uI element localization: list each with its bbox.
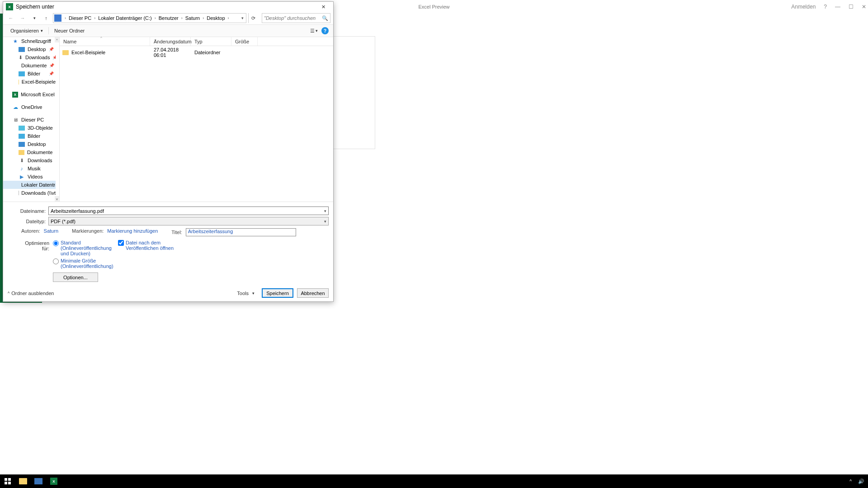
dialog-close-button[interactable]: ✕: [314, 2, 332, 11]
filetype-label: Dateityp:: [8, 219, 48, 224]
tray-chevron-up-icon[interactable]: ^: [849, 479, 852, 484]
optimize-label: Optimieren für:: [17, 240, 49, 269]
chevron-right-icon[interactable]: ›: [63, 16, 67, 20]
search-box[interactable]: 🔍: [262, 13, 330, 23]
hide-folders-button[interactable]: ^ Ordner ausblenden: [8, 291, 54, 296]
taskbar: X ^ 🔊: [0, 474, 868, 488]
pin-icon: 📌: [49, 47, 56, 52]
search-icon[interactable]: 🔍: [322, 15, 328, 21]
crumb-local-disk[interactable]: Lokaler Datenträger (C:): [97, 15, 153, 21]
chevron-right-icon[interactable]: ›: [153, 16, 157, 20]
nav-pictures[interactable]: Bilder📌: [3, 70, 56, 78]
tags-value[interactable]: Markierung hinzufügen: [107, 228, 158, 234]
nav-downloads-pc[interactable]: ⬇Downloads: [3, 156, 56, 164]
crumb-desktop[interactable]: Desktop: [205, 15, 226, 21]
excel-icon: X: [6, 3, 13, 10]
sort-indicator-icon: ^: [100, 36, 148, 40]
chevron-right-icon[interactable]: ›: [201, 16, 205, 20]
new-folder-button[interactable]: Neuer Ordner: [52, 26, 87, 35]
crumb-this-pc[interactable]: Dieser PC: [67, 15, 93, 21]
up-button[interactable]: ↑: [41, 13, 51, 23]
refresh-button[interactable]: ⟳: [248, 13, 258, 23]
taskbar-file-explorer[interactable]: [15, 474, 31, 488]
nav-videos[interactable]: ▶Videos: [3, 173, 56, 181]
col-size[interactable]: Größe: [231, 37, 258, 46]
nav-desktop-pc[interactable]: Desktop: [3, 140, 56, 148]
back-button[interactable]: ←: [6, 13, 16, 23]
file-date: 27.04.2018 06:01: [150, 47, 191, 58]
title-input[interactable]: [188, 229, 294, 234]
chevron-right-icon[interactable]: ›: [93, 16, 97, 20]
close-icon[interactable]: ✕: [862, 4, 866, 10]
organize-button[interactable]: Organisieren ▾: [8, 26, 46, 35]
chevron-right-icon[interactable]: ›: [226, 16, 231, 20]
forward-button[interactable]: →: [18, 13, 28, 23]
authors-value[interactable]: Saturn: [44, 228, 58, 234]
radio-minimal-input[interactable]: [53, 258, 59, 264]
save-as-dialog: X Speichern unter ✕ ← → ▾ ↑ › Dieser PC …: [3, 1, 334, 302]
cancel-button[interactable]: Abbrechen: [297, 288, 329, 298]
tools-dropdown[interactable]: Tools ▾: [233, 291, 258, 296]
separator: [48, 27, 49, 34]
pc-icon: [54, 14, 61, 22]
breadcrumb-dropdown-icon[interactable]: ▾: [240, 16, 245, 20]
music-icon: ♪: [19, 165, 25, 172]
nav-music[interactable]: ♪Musik: [3, 164, 56, 173]
excel-icon: X: [50, 478, 57, 485]
checkbox-open-after[interactable]: Datei nach dem Veröffentlichen öffnen: [118, 240, 177, 251]
radio-standard-input[interactable]: [53, 240, 59, 246]
list-view-icon: ☰: [310, 28, 315, 34]
nav-net-downloads[interactable]: Downloads (\\vt: [3, 189, 56, 197]
filetype-dropdown[interactable]: PDF (*.pdf) ▾: [48, 217, 329, 225]
nav-this-pc[interactable]: 🖥Dieser PC: [3, 116, 56, 124]
checkbox-open-after-input[interactable]: [118, 240, 124, 246]
title-field[interactable]: [186, 228, 296, 236]
radio-minimal[interactable]: Minimale Größe (Onlineveröffentlichung): [53, 258, 107, 269]
breadcrumb-bar[interactable]: › Dieser PC › Lokaler Datenträger (C:) ›…: [53, 13, 246, 23]
nav-desktop[interactable]: Desktop📌: [3, 45, 56, 53]
chevron-up-icon: ^: [8, 291, 9, 296]
file-list[interactable]: Excel-Beispiele 27.04.2018 06:01 Dateior…: [60, 46, 333, 202]
chevron-right-icon[interactable]: ›: [180, 16, 184, 20]
help-button[interactable]: ?: [321, 27, 329, 34]
nav-quick-access[interactable]: ★Schnellzugriff: [3, 37, 56, 45]
tray-volume-icon[interactable]: 🔊: [858, 479, 864, 484]
col-type[interactable]: Typ: [191, 37, 231, 46]
chevron-down-icon[interactable]: ▾: [324, 209, 326, 213]
svg-rect-1: [8, 478, 11, 481]
options-button[interactable]: Optionen...: [53, 272, 98, 282]
col-date[interactable]: Änderungsdatum: [150, 37, 191, 46]
taskbar-app[interactable]: [31, 474, 46, 488]
nav-3d-objects[interactable]: 3D-Objekte: [3, 124, 56, 132]
filename-input[interactable]: [51, 208, 324, 214]
pin-icon: 📌: [49, 71, 56, 76]
start-button[interactable]: [0, 474, 15, 488]
help-icon[interactable]: ?: [824, 4, 827, 10]
recent-dropdown-icon[interactable]: ▾: [29, 13, 39, 23]
nav-excel-examples[interactable]: Excel-Beispiele: [3, 78, 56, 86]
nav-documents-pc[interactable]: Dokumente: [3, 148, 56, 156]
crumb-users[interactable]: Benutzer: [157, 15, 180, 21]
minimize-icon[interactable]: —: [835, 4, 840, 10]
nav-pictures-pc[interactable]: Bilder: [3, 132, 56, 140]
filename-field[interactable]: ▾: [48, 206, 329, 215]
excel-signin-link[interactable]: Anmelden: [791, 4, 816, 10]
nav-ms-excel[interactable]: XMicrosoft Excel: [3, 90, 56, 99]
nav-downloads[interactable]: ⬇Downloads📌: [3, 53, 56, 61]
nav-onedrive[interactable]: ☁OneDrive: [3, 103, 56, 111]
crumb-saturn[interactable]: Saturn: [184, 15, 201, 21]
nav-documents[interactable]: Dokumente📌: [3, 61, 56, 70]
scroll-down-button[interactable]: v: [55, 196, 59, 202]
file-pane: Name^ Änderungsdatum Typ Größe Excel-Bei…: [60, 37, 333, 202]
chevron-down-icon[interactable]: ▾: [324, 219, 326, 224]
radio-standard[interactable]: Standard (Onlineveröffentlichung und Dru…: [53, 240, 107, 256]
view-mode-button[interactable]: ☰ ▾: [310, 28, 318, 34]
folder-icon: [19, 478, 27, 484]
maximize-icon[interactable]: ☐: [849, 4, 854, 10]
taskbar-excel[interactable]: X: [46, 474, 61, 488]
file-row[interactable]: Excel-Beispiele 27.04.2018 06:01 Dateior…: [60, 48, 333, 57]
search-input[interactable]: [264, 15, 322, 21]
col-name[interactable]: Name^: [60, 37, 150, 46]
nav-local-disk[interactable]: Lokaler Datenträ: [3, 181, 56, 189]
save-button[interactable]: Speichern: [262, 288, 293, 298]
